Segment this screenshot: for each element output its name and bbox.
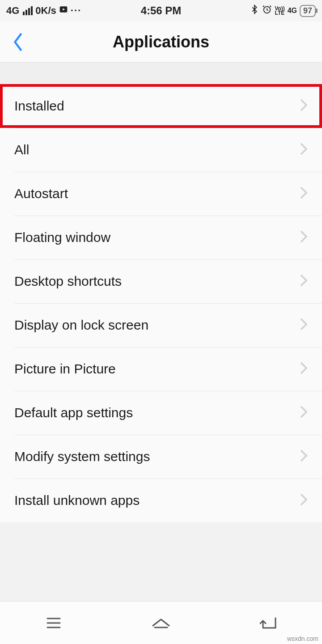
bluetooth-icon bbox=[250, 4, 259, 17]
volte-icon: Vo)) LTE bbox=[275, 6, 284, 15]
status-left: 4G 0K/s ··· bbox=[6, 5, 81, 17]
chevron-right-icon bbox=[300, 230, 308, 245]
row-label: Install unknown apps bbox=[14, 493, 140, 508]
row-label: Display on lock screen bbox=[14, 318, 148, 333]
network-type: 4G bbox=[6, 5, 19, 17]
clock: 4:56 PM bbox=[141, 4, 182, 17]
row-label: Installed bbox=[14, 98, 64, 114]
row-label: Picture in Picture bbox=[14, 361, 116, 377]
row-all[interactable]: All bbox=[0, 128, 322, 172]
page-title: Applications bbox=[113, 33, 209, 51]
nav-back-button[interactable] bbox=[242, 610, 295, 636]
section-gap bbox=[0, 63, 322, 84]
back-button[interactable] bbox=[0, 21, 36, 62]
row-label: Floating window bbox=[14, 230, 110, 245]
chevron-right-icon bbox=[300, 186, 308, 201]
chevron-right-icon bbox=[300, 361, 308, 377]
row-install-unknown-apps[interactable]: Install unknown apps bbox=[0, 479, 322, 522]
chevron-right-icon bbox=[300, 142, 308, 157]
alarm-icon bbox=[262, 4, 272, 17]
row-picture-in-picture[interactable]: Picture in Picture bbox=[0, 347, 322, 391]
battery-icon: 97 bbox=[300, 5, 316, 17]
row-modify-system-settings[interactable]: Modify system settings bbox=[0, 435, 322, 479]
row-label: Autostart bbox=[14, 186, 68, 201]
row-desktop-shortcuts[interactable]: Desktop shortcuts bbox=[0, 259, 322, 303]
chevron-right-icon bbox=[300, 449, 308, 464]
chevron-right-icon bbox=[300, 493, 308, 508]
secondary-network: 4G bbox=[288, 7, 297, 15]
row-label: Default app settings bbox=[14, 405, 133, 420]
video-icon bbox=[59, 5, 68, 17]
row-label: Desktop shortcuts bbox=[14, 274, 122, 289]
row-floating-window[interactable]: Floating window bbox=[0, 216, 322, 259]
nav-recents-button[interactable] bbox=[27, 610, 80, 636]
chevron-right-icon bbox=[300, 405, 308, 420]
row-label: All bbox=[14, 142, 29, 157]
row-display-lock-screen[interactable]: Display on lock screen bbox=[0, 303, 322, 347]
data-speed: 0K/s bbox=[35, 5, 56, 17]
row-autostart[interactable]: Autostart bbox=[0, 172, 322, 216]
row-label: Modify system settings bbox=[14, 449, 150, 464]
chevron-right-icon bbox=[300, 318, 308, 333]
status-bar: 4G 0K/s ··· 4:56 PM Vo)) LTE 4G 97 bbox=[0, 0, 322, 21]
status-right: Vo)) LTE 4G 97 bbox=[250, 4, 316, 17]
watermark: wsxdn.com bbox=[287, 635, 318, 642]
settings-list: Installed All Autostart Floating window … bbox=[0, 84, 322, 522]
signal-icon bbox=[23, 6, 33, 15]
chevron-right-icon bbox=[300, 98, 308, 114]
nav-home-button[interactable] bbox=[134, 610, 188, 636]
chevron-right-icon bbox=[300, 274, 308, 289]
app-header: Applications bbox=[0, 21, 322, 63]
navigation-bar bbox=[0, 601, 322, 644]
more-icon: ··· bbox=[71, 5, 81, 17]
row-default-app-settings[interactable]: Default app settings bbox=[0, 391, 322, 435]
row-installed[interactable]: Installed bbox=[0, 84, 322, 128]
